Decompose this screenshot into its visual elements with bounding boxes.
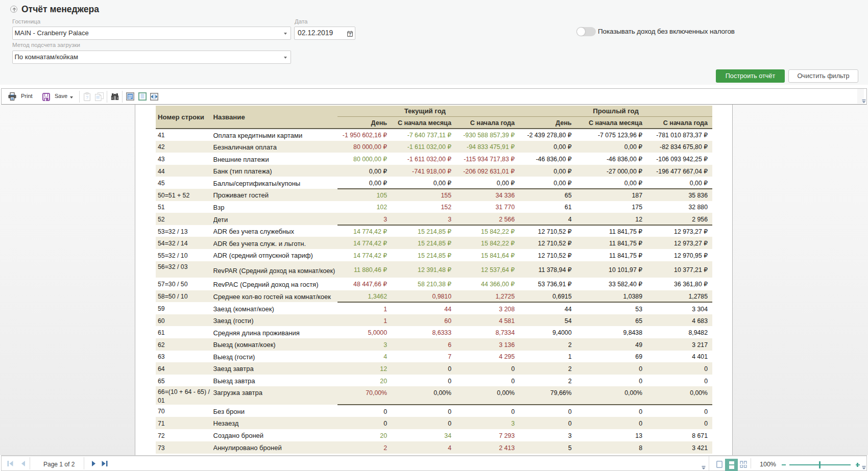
svg-text:?: ? <box>86 95 88 100</box>
svg-text:7: 7 <box>349 33 351 36</box>
